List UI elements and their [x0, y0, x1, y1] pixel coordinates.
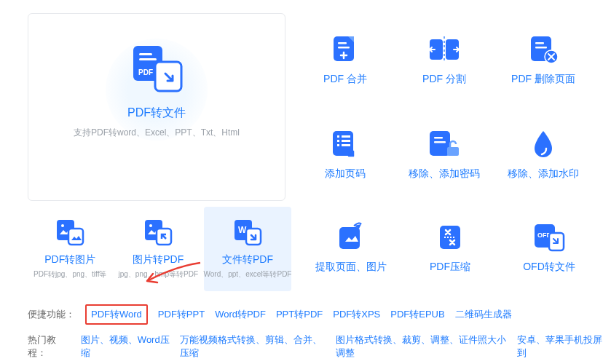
quick-link-pdf-to-ppt[interactable]: PDF转PPT [158, 308, 205, 321]
svg-rect-13 [535, 47, 547, 49]
quick-link-pdf-to-xps[interactable]: PDF转XPS [333, 308, 380, 321]
page-number-icon [328, 128, 362, 160]
svg-rect-7 [338, 47, 350, 49]
svg-point-30 [149, 224, 152, 227]
svg-rect-17 [342, 135, 350, 138]
main-card-title: PDF转文件 [127, 106, 186, 121]
hot-tutorials-row: 热门教程： 图片、视频、Word压缩 万能视频格式转换、剪辑、合并、压缩 图片格… [28, 333, 603, 360]
file-to-pdf-icon: W [232, 218, 264, 248]
extract-icon [335, 221, 367, 253]
ofd-to-file[interactable]: OFD OFD转文件 [502, 201, 596, 294]
cell-label: 提取页面、图片 [315, 261, 387, 274]
svg-rect-6 [338, 42, 347, 44]
svg-rect-19 [342, 140, 350, 142]
svg-rect-23 [434, 137, 443, 139]
remove-add-password[interactable]: 移除、添加密码 [398, 108, 491, 201]
svg-rect-18 [337, 140, 339, 142]
pdf-to-image-icon [54, 218, 86, 248]
pdf-delete-pages[interactable]: PDF 删除页面 [497, 13, 590, 106]
quick-link-pdf-to-epub[interactable]: PDF转EPUB [390, 308, 444, 321]
svg-text:PDF: PDF [138, 68, 153, 76]
cell-label: 移除、添加密码 [409, 167, 480, 181]
cell-label: 移除、添加水印 [508, 167, 579, 181]
compress-icon [434, 221, 466, 253]
svg-rect-20 [337, 144, 339, 146]
tutorial-link-1[interactable]: 万能视频格式转换、剪辑、合并、压缩 [180, 333, 326, 360]
pdf-to-file-card[interactable]: PDF PDF转文件 支持PDF转word、Excel、PPT、Txt、Html [28, 13, 285, 201]
pdf-to-image[interactable]: PDF转图片 PDF转jpg、png、tiff等 [28, 207, 113, 291]
image-to-pdf-icon [142, 218, 174, 248]
watermark-icon [529, 128, 558, 160]
cell-label: OFD转文件 [523, 261, 575, 274]
pdf-to-file-icon: PDF [129, 44, 184, 94]
svg-rect-22 [430, 131, 450, 156]
tutorial-link-0[interactable]: 图片、视频、Word压缩 [81, 333, 170, 360]
small-sub: Word、ppt、excel等转PDF [204, 269, 292, 280]
svg-rect-25 [447, 147, 459, 156]
small-sub: jpg、png、bmp等转PDF [119, 269, 198, 280]
quick-links-row: 便捷功能： PDF转Word PDF转PPT Word转PDF PPT转PDF … [28, 304, 603, 325]
image-to-pdf[interactable]: 图片转PDF jpg、png、bmp等转PDF [116, 207, 201, 291]
hot-tutorials-label: 热门教程： [28, 333, 71, 360]
cell-label: PDF 删除页面 [511, 73, 575, 86]
cell-label: 添加页码 [325, 167, 366, 181]
file-to-pdf[interactable]: W 文件转PDF Word、ppt、excel等转PDF [204, 207, 291, 291]
svg-rect-2 [139, 58, 157, 60]
tutorial-link-2[interactable]: 图片格式转换、裁剪、调整、证件照大小调整 [336, 333, 507, 360]
svg-rect-12 [535, 42, 544, 44]
ofd-icon: OFD [532, 221, 567, 253]
small-title: PDF转图片 [44, 253, 95, 266]
remove-add-watermark[interactable]: 移除、添加水印 [497, 108, 590, 201]
quick-link-word-to-pdf[interactable]: Word转PDF [215, 308, 266, 321]
quick-links-label: 便捷功能： [28, 308, 75, 321]
svg-rect-28 [68, 229, 83, 245]
pdf-delete-icon [527, 33, 560, 66]
svg-rect-1 [139, 53, 152, 55]
quick-link-pdf-to-word[interactable]: PDF转Word [85, 304, 148, 325]
pdf-split[interactable]: PDF 分割 [398, 13, 491, 106]
small-title: 图片转PDF [133, 253, 184, 266]
cell-label: PDF压缩 [430, 261, 470, 274]
tutorial-link-3[interactable]: 安卓、苹果手机投屏到 [517, 333, 603, 360]
cell-label: PDF 分割 [422, 73, 466, 86]
main-card-subtitle: 支持PDF转word、Excel、PPT、Txt、Html [74, 127, 240, 139]
svg-rect-24 [434, 141, 446, 143]
quick-link-ppt-to-pdf[interactable]: PPT转PDF [276, 308, 323, 321]
small-title: 文件转PDF [222, 253, 273, 266]
pdf-compress[interactable]: PDF压缩 [403, 201, 497, 294]
svg-point-27 [61, 224, 64, 227]
svg-rect-16 [337, 135, 339, 138]
add-page-number[interactable]: 添加页码 [299, 108, 392, 201]
quick-link-qrcode[interactable]: 二维码生成器 [455, 308, 512, 321]
password-icon [427, 128, 462, 160]
pdf-merge-icon [329, 33, 361, 66]
pdf-merge[interactable]: PDF 合并 [299, 13, 392, 106]
cell-label: PDF 合并 [323, 73, 367, 86]
extract-pages-images[interactable]: 提取页面、图片 [304, 201, 398, 294]
small-sub: PDF转jpg、png、tiff等 [34, 269, 106, 280]
pdf-split-icon [426, 33, 462, 66]
svg-rect-21 [342, 144, 350, 146]
